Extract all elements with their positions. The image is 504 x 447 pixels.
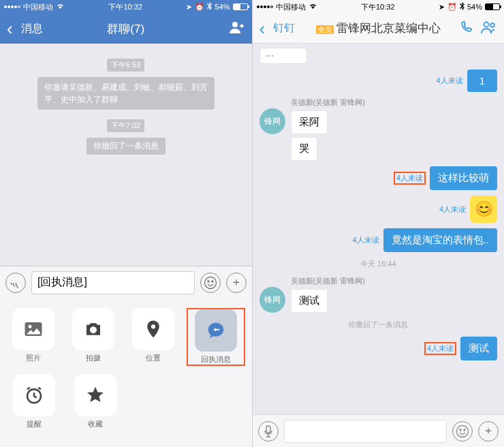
photo-icon (23, 319, 44, 339)
bluetooth-icon (207, 2, 212, 12)
out-message[interactable]: 1 (467, 70, 497, 92)
timestamp: 下午7:02 (107, 119, 144, 132)
back-label: 钉钉 (273, 21, 295, 35)
battery-pct-label: 54% (467, 3, 482, 11)
battery-icon (233, 3, 248, 10)
all-badge: 全员 (316, 25, 334, 34)
call-button[interactable] (459, 20, 473, 37)
voice-input-button[interactable] (258, 421, 279, 442)
star-icon (85, 385, 106, 405)
chat-scroll[interactable]: ⋯ 4人未读 1 锋网 吴德新(吴德新 雷锋网) 采阿 哭 4人未读 这样比较萌… (253, 44, 505, 414)
svg-point-3 (212, 281, 213, 282)
battery-icon (485, 3, 500, 10)
chat-title: 群聊(7) (107, 21, 144, 37)
timestamp: 今天 16:44 (259, 259, 498, 269)
chevron-left-icon: ‹ (259, 20, 266, 37)
bluetooth-icon (460, 2, 464, 12)
avatar[interactable]: 锋网 (259, 287, 285, 313)
chat-title: 全员雷锋网北京菜编中心 (316, 20, 441, 36)
location-arrow-icon: ➤ (439, 3, 445, 12)
alarm-icon: ⏰ (195, 3, 204, 12)
unread-label[interactable]: 4人未读 (437, 76, 463, 86)
svg-point-10 (490, 23, 494, 27)
svg-point-14 (464, 429, 465, 431)
back-button[interactable]: ‹ 钉钉 (259, 20, 300, 37)
location-pin-icon (143, 319, 163, 339)
unread-label[interactable]: 4人未读 (439, 204, 466, 215)
svg-point-2 (208, 281, 209, 282)
svg-point-12 (457, 425, 469, 437)
unread-label[interactable]: 4人未读 (424, 342, 456, 355)
location-arrow-icon: ➤ (186, 3, 192, 12)
emoji-button[interactable] (452, 421, 473, 442)
in-message[interactable]: 哭 (291, 137, 317, 161)
emoji-button[interactable] (200, 273, 221, 293)
attach-button[interactable]: ＋ (478, 421, 499, 442)
alarm-clock-icon (24, 385, 44, 405)
svg-point-6 (90, 326, 97, 333)
attach-receipt[interactable]: 回执消息 (187, 308, 245, 366)
attach-button[interactable]: ＋ (226, 273, 247, 293)
nav-bar: ‹ 钉钉 全员雷锋网北京菜编中心 (253, 14, 505, 44)
status-bar: 中国移动 下午10:32 ➤ ⏰ 54% (0, 0, 252, 14)
svg-point-5 (28, 325, 31, 328)
clock-label: 下午10:32 (361, 2, 395, 12)
back-button[interactable]: ‹ 消息 (7, 20, 48, 37)
attach-favorite[interactable]: 收藏 (68, 374, 123, 429)
wifi-icon (56, 3, 65, 11)
alarm-icon: ⏰ (447, 3, 457, 12)
system-message: 你邀请吴德新、易建成、刘敏、郝晓茹、刘芳平、史中加入了群聊 (37, 77, 215, 110)
unread-label[interactable]: 4人未读 (394, 172, 426, 185)
unread-label[interactable]: 4人未读 (353, 235, 379, 245)
in-message[interactable]: 采阿 (291, 110, 328, 134)
svg-rect-11 (266, 426, 270, 433)
add-member-icon[interactable] (229, 20, 245, 37)
sticker[interactable]: 😊 (470, 196, 497, 223)
in-message[interactable]: 测试 (291, 289, 328, 313)
partial-bubble: ⋯ (259, 48, 307, 64)
attach-location[interactable]: 位置 (127, 308, 180, 366)
carrier-label: 中国移动 (23, 2, 53, 12)
signal-dots-icon (257, 5, 273, 8)
message-input[interactable]: [回执消息] (31, 271, 195, 294)
clock-label: 下午10:32 (108, 2, 142, 12)
receipt-bubble-icon (206, 320, 226, 341)
svg-point-7 (151, 324, 155, 328)
chat-scroll[interactable]: 下午5:53 你邀请吴德新、易建成、刘敏、郝晓茹、刘芳平、史中加入了群聊 下午7… (0, 44, 252, 266)
wifi-icon (309, 3, 317, 11)
camera-icon (83, 319, 104, 339)
input-toolbar: ＋ (253, 414, 505, 447)
input-toolbar: [回执消息] ＋ (0, 266, 252, 298)
svg-point-13 (460, 429, 461, 431)
recall-message: 你撤回了一条消息 (86, 138, 166, 155)
battery-pct-label: 54% (215, 3, 230, 11)
sender-name: 吴德新(吴德新 雷锋网) (291, 97, 365, 108)
out-message[interactable]: 竟然是淘宝的表情包.. (383, 228, 497, 252)
out-message[interactable]: 测试 (460, 337, 497, 360)
attachment-panel: 照片 拍摄 位置 回执消息 提醒 收藏 . (0, 298, 252, 447)
svg-point-1 (204, 277, 216, 288)
attach-photo[interactable]: 照片 (7, 308, 60, 366)
sender-name: 吴德新(吴德新 雷锋网) (291, 276, 365, 286)
timestamp: 下午5:53 (107, 59, 144, 72)
members-button[interactable] (481, 20, 497, 37)
input-text: [回执消息] (37, 275, 87, 290)
back-label: 消息 (21, 22, 43, 36)
avatar[interactable]: 锋网 (259, 108, 285, 134)
chevron-left-icon: ‹ (7, 20, 13, 37)
attach-camera[interactable]: 拍摄 (67, 308, 120, 366)
message-input[interactable] (284, 420, 447, 443)
nav-bar: ‹ 消息 群聊(7) (0, 14, 252, 44)
status-bar: 中国移动 下午10:32 ➤ ⏰ 54% (253, 0, 505, 14)
signal-dots-icon (4, 5, 20, 8)
attach-reminder[interactable]: 提醒 (7, 374, 61, 429)
carrier-label: 中国移动 (276, 2, 306, 12)
out-message[interactable]: 这样比较萌 (430, 166, 497, 190)
recall-message: 你撤回了一条消息 (259, 320, 498, 330)
voice-input-button[interactable] (5, 273, 26, 293)
svg-point-9 (484, 22, 489, 27)
svg-point-0 (232, 22, 238, 27)
